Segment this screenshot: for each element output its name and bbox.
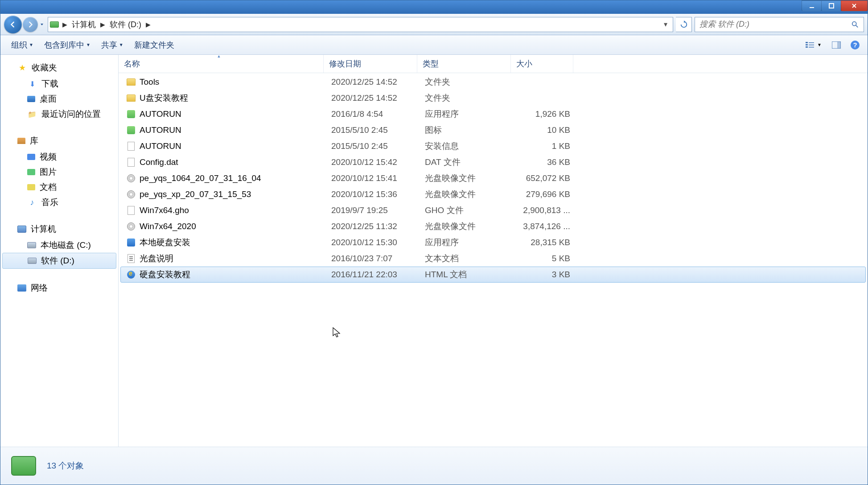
file-name-cell: pe_yqs_1064_20_07_31_16_04 <box>121 173 326 184</box>
sidebar-item[interactable]: 最近访问的位置 <box>0 107 118 122</box>
file-row[interactable]: 硬盘安装教程2016/11/21 22:03HTML 文档3 KB <box>120 267 866 283</box>
file-row[interactable]: Win7x64_20202020/12/25 11:32光盘映像文件3,874,… <box>120 218 866 234</box>
include-in-library-menu[interactable]: 包含到库中▼ <box>39 37 96 53</box>
column-type[interactable]: 类型 <box>417 55 511 73</box>
sidebar-item-label: 音乐 <box>41 197 58 208</box>
preview-pane-toggle[interactable] <box>829 38 843 52</box>
file-type-icon <box>126 141 136 151</box>
svg-rect-6 <box>809 45 814 45</box>
sidebar-item-label: 本地磁盘 (C:) <box>41 239 91 251</box>
file-name-label: Win7x64_2020 <box>140 222 196 231</box>
file-row[interactable]: pe_yqs_xp_20_07_31_15_532020/10/12 15:36… <box>120 186 866 202</box>
file-size-cell: 1,926 KB <box>513 108 576 120</box>
sidebar-item[interactable]: 下载 <box>0 76 118 91</box>
file-date-cell: 2016/1/8 4:54 <box>326 108 420 120</box>
column-size[interactable]: 大小 <box>511 55 573 73</box>
address-bar[interactable]: ▶ 计算机 ▶ 软件 (D:) ▶ ▾ <box>48 17 673 32</box>
file-type-cell: 应用程序 <box>420 236 513 249</box>
history-dropdown[interactable] <box>39 17 45 32</box>
search-input[interactable] <box>699 20 851 29</box>
sidebar-item-label: 图片 <box>40 166 57 178</box>
organize-menu[interactable]: 组织▼ <box>6 37 39 53</box>
network-icon <box>17 284 26 292</box>
file-name-label: pe_yqs_xp_20_07_31_15_53 <box>140 189 251 199</box>
libraries-header[interactable]: 库 <box>0 132 118 149</box>
svg-rect-8 <box>809 47 814 48</box>
sidebar-item[interactable]: 音乐 <box>0 195 118 210</box>
maximize-button[interactable] <box>821 0 841 11</box>
favorites-header[interactable]: 收藏夹 <box>0 59 118 76</box>
file-name-label: AUTORUN <box>140 109 181 119</box>
new-folder-button[interactable]: 新建文件夹 <box>129 37 180 53</box>
chevron-right-icon[interactable]: ▶ <box>99 21 106 28</box>
file-row[interactable]: AUTORUN2016/1/8 4:54应用程序1,926 KB <box>120 106 866 122</box>
file-type-cell: 图标 <box>420 123 513 137</box>
address-dropdown[interactable]: ▾ <box>660 20 671 29</box>
crumb-drive[interactable]: 软件 (D:) <box>106 17 145 32</box>
toolbar-right: ▼ ? <box>802 38 862 52</box>
share-menu[interactable]: 共享▼ <box>96 37 129 53</box>
crumb-computer[interactable]: 计算机 <box>68 17 99 32</box>
file-type-icon <box>126 238 136 247</box>
file-row[interactable]: Tools2020/12/25 14:52文件夹 <box>120 74 866 90</box>
titlebar <box>0 0 868 14</box>
file-name-cell: Win7x64.gho <box>121 205 326 216</box>
details-drive-icon <box>9 452 38 480</box>
close-button[interactable] <box>841 0 868 11</box>
sidebar-item[interactable]: 桌面 <box>0 91 118 107</box>
forward-button[interactable] <box>23 17 38 32</box>
file-type-cell: DAT 文件 <box>420 156 513 169</box>
back-button[interactable] <box>4 16 22 33</box>
file-row[interactable]: 光盘说明2016/10/23 7:07文本文档5 KB <box>120 251 866 267</box>
sidebar-item[interactable]: 软件 (D:) <box>2 253 116 269</box>
list-view-icon <box>806 41 815 49</box>
file-name-cell: 硬盘安装教程 <box>121 268 326 281</box>
network-header[interactable]: 网络 <box>0 279 118 296</box>
chevron-right-icon[interactable]: ▶ <box>145 21 152 28</box>
disk-icon <box>27 242 36 248</box>
file-row[interactable]: Win7x64.gho2019/9/7 19:25GHO 文件2,900,813… <box>120 202 866 218</box>
window-controls <box>802 0 868 11</box>
desktop-icon <box>27 96 35 102</box>
file-row[interactable]: Config.dat2020/10/12 15:42DAT 文件36 KB <box>120 154 866 170</box>
file-size-cell: 10 KB <box>513 124 576 136</box>
file-type-icon <box>126 254 136 263</box>
svg-rect-1 <box>829 4 834 8</box>
file-date-cell: 2015/5/10 2:45 <box>326 140 420 152</box>
computer-header[interactable]: 计算机 <box>0 221 118 238</box>
file-date-cell: 2020/10/12 15:41 <box>326 173 420 184</box>
root-separator-icon[interactable]: ▶ <box>62 21 68 28</box>
file-row[interactable]: pe_yqs_1064_20_07_31_16_042020/10/12 15:… <box>120 170 866 186</box>
svg-text:?: ? <box>853 41 857 49</box>
view-options[interactable]: ▼ <box>802 39 825 51</box>
file-name-cell: 本地硬盘安装 <box>121 236 326 249</box>
sidebar-item[interactable]: 图片 <box>0 164 118 180</box>
file-type-icon <box>126 77 136 87</box>
navigation-pane[interactable]: 收藏夹 下载桌面最近访问的位置 库 视频图片文档音乐 计算机 本地磁盘 (C:)… <box>0 55 119 447</box>
file-list[interactable]: Tools2020/12/25 14:52文件夹U盘安装教程2020/12/25… <box>119 73 868 447</box>
file-size-cell: 3,874,126 ... <box>513 221 576 232</box>
favorites-group: 收藏夹 下载桌面最近访问的位置 <box>0 59 118 122</box>
file-row[interactable]: AUTORUN2015/5/10 2:45图标10 KB <box>120 122 866 138</box>
refresh-button[interactable] <box>676 17 692 32</box>
file-type-cell: 文件夹 <box>420 75 513 89</box>
sidebar-item-label: 下载 <box>41 78 58 90</box>
file-type-cell: 光盘映像文件 <box>420 220 513 233</box>
search-box[interactable] <box>695 17 864 32</box>
file-row[interactable]: U盘安装教程2020/12/25 14:52文件夹 <box>120 90 866 106</box>
file-name-cell: Config.dat <box>121 156 326 168</box>
file-name-label: 光盘说明 <box>140 253 173 264</box>
file-type-icon <box>126 222 136 231</box>
sidebar-item[interactable]: 本地磁盘 (C:) <box>0 238 118 253</box>
file-row[interactable]: AUTORUN2015/5/10 2:45安装信息1 KB <box>120 138 866 154</box>
minimize-button[interactable] <box>802 0 822 11</box>
file-type-cell: 光盘映像文件 <box>420 172 513 185</box>
file-row[interactable]: 本地硬盘安装2020/10/12 15:30应用程序28,315 KB <box>120 234 866 251</box>
sidebar-item[interactable]: 文档 <box>0 180 118 195</box>
svg-rect-4 <box>809 42 814 43</box>
file-type-icon <box>126 93 136 103</box>
column-date[interactable]: 修改日期 <box>324 55 417 73</box>
help-button[interactable]: ? <box>848 38 862 52</box>
sidebar-item[interactable]: 视频 <box>0 149 118 164</box>
column-name[interactable]: 名称 <box>119 55 324 73</box>
